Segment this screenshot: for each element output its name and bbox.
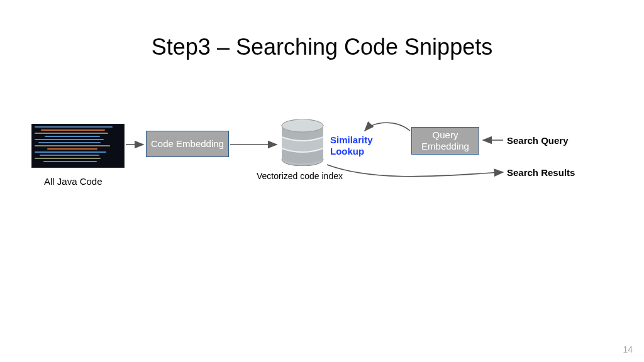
query-embedding-box: Query Embedding bbox=[411, 127, 479, 155]
arrow-query-to-similarity bbox=[365, 123, 410, 131]
arrow-db-to-results bbox=[327, 165, 503, 177]
similarity-lookup-label: Similarity Lookup bbox=[330, 134, 373, 157]
code-embedding-box: Code Embedding bbox=[146, 131, 229, 157]
database-cylinder-icon bbox=[280, 119, 325, 166]
java-code-caption: All Java Code bbox=[44, 176, 103, 187]
java-code-thumbnail bbox=[31, 124, 125, 168]
svg-point-3 bbox=[282, 119, 323, 132]
db-caption: Vectorized code index bbox=[257, 171, 343, 181]
page-number: 14 bbox=[623, 344, 633, 354]
slide-title: Step3 – Searching Code Snippets bbox=[0, 34, 644, 60]
search-results-label: Search Results bbox=[507, 167, 575, 178]
search-query-label: Search Query bbox=[507, 135, 569, 146]
